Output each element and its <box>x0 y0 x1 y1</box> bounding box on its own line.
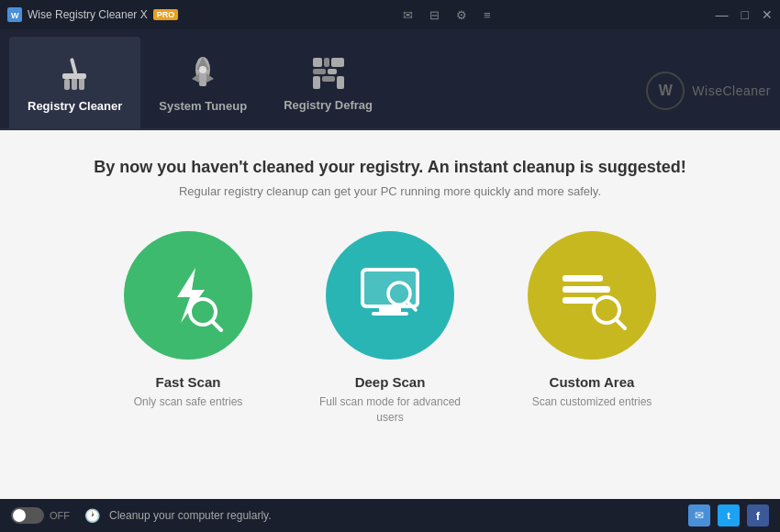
system-tuneup-icon <box>184 53 221 94</box>
svg-rect-6 <box>70 57 78 73</box>
toggle-label: OFF <box>50 510 70 521</box>
fast-scan-circle[interactable] <box>124 231 252 360</box>
svg-rect-17 <box>328 69 337 74</box>
svg-line-23 <box>212 321 221 330</box>
svg-point-11 <box>199 66 206 73</box>
close-button[interactable]: ✕ <box>762 7 773 22</box>
footer-message: Cleanup your computer regularly. <box>109 509 679 522</box>
svg-rect-31 <box>563 286 610 293</box>
svg-marker-10 <box>206 73 214 83</box>
svg-rect-3 <box>72 77 77 90</box>
wc-logo-circle: W <box>646 72 685 110</box>
svg-rect-20 <box>337 76 344 89</box>
svg-rect-12 <box>199 81 206 86</box>
svg-rect-15 <box>331 58 344 67</box>
footer-toggle[interactable] <box>11 507 44 524</box>
settings-toolbar-icon[interactable]: ⚙ <box>456 8 467 22</box>
footer-facebook-button[interactable]: f <box>747 504 769 526</box>
scan-cards-container: Fast Scan Only scan safe entries Deep Sc… <box>115 231 665 426</box>
tab-system-tuneup-label: System Tuneup <box>159 99 247 113</box>
svg-rect-2 <box>64 79 70 90</box>
deep-scan-title: Deep Scan <box>355 374 426 390</box>
fast-scan-title: Fast Scan <box>156 374 221 390</box>
titlebar-left: W Wise Registry Cleaner X PRO <box>7 7 178 22</box>
pro-badge: PRO <box>153 9 179 20</box>
custom-area-desc: Scan customized entries <box>532 394 652 410</box>
email-toolbar-icon[interactable]: ✉ <box>403 8 413 22</box>
toolbar-icon-group: ✉ ⊟ ⚙ ≡ <box>394 8 500 22</box>
footer: OFF 🕐 Cleanup your computer regularly. ✉… <box>0 499 780 532</box>
tab-registry-cleaner[interactable]: Registry Cleaner <box>9 37 140 128</box>
svg-rect-19 <box>322 76 335 82</box>
deep-scan-circle[interactable] <box>326 231 454 360</box>
navbar: Registry Cleaner System Tuneup <box>0 29 780 130</box>
svg-rect-5 <box>62 73 86 79</box>
tab-registry-cleaner-label: Registry Cleaner <box>28 99 122 113</box>
toggle-knob <box>13 509 26 522</box>
custom-area-circle[interactable] <box>528 231 656 360</box>
tab-registry-defrag[interactable]: Registry Defrag <box>265 37 391 128</box>
main-headline: By now you haven't cleaned your registry… <box>94 158 685 177</box>
svg-rect-14 <box>324 58 329 67</box>
registry-cleaner-icon <box>55 53 95 94</box>
main-subline: Regular registry cleanup can get your PC… <box>179 184 601 198</box>
wisecleaner-logo: W WiseCleaner <box>646 72 771 128</box>
maximize-button[interactable]: □ <box>741 7 749 22</box>
main-content: By now you haven't cleaned your registry… <box>0 130 780 499</box>
wc-logo-name: WiseCleaner <box>692 83 771 98</box>
fast-scan-card[interactable]: Fast Scan Only scan safe entries <box>115 231 262 410</box>
svg-line-34 <box>616 319 625 328</box>
svg-rect-27 <box>372 312 408 316</box>
titlebar: W Wise Registry Cleaner X PRO ✉ ⊟ ⚙ ≡ — … <box>0 0 780 29</box>
svg-rect-26 <box>379 306 401 312</box>
registry-defrag-icon <box>309 54 348 93</box>
wc-logo-letter: W <box>659 83 673 99</box>
app-icon: W <box>7 7 22 22</box>
custom-area-title: Custom Area <box>550 374 635 390</box>
svg-rect-32 <box>563 297 596 304</box>
deep-scan-desc: Full scan mode for advanced users <box>317 394 463 426</box>
minimize-button[interactable]: — <box>716 7 729 22</box>
svg-text:W: W <box>11 11 19 20</box>
svg-rect-13 <box>313 58 322 67</box>
footer-twitter-button[interactable]: t <box>718 504 740 526</box>
svg-rect-30 <box>563 275 603 282</box>
svg-rect-16 <box>313 69 326 74</box>
tab-system-tuneup[interactable]: System Tuneup <box>140 37 265 128</box>
footer-social-icons: ✉ t f <box>688 504 769 526</box>
svg-rect-18 <box>313 76 320 89</box>
titlebar-title: Wise Registry Cleaner X <box>28 8 148 21</box>
window-controls: — □ ✕ <box>716 7 773 22</box>
deep-scan-card[interactable]: Deep Scan Full scan mode for advanced us… <box>317 231 463 426</box>
footer-email-button[interactable]: ✉ <box>688 504 710 526</box>
message-toolbar-icon[interactable]: ⊟ <box>429 8 440 22</box>
menu-toolbar-icon[interactable]: ≡ <box>484 8 491 22</box>
fast-scan-desc: Only scan safe entries <box>134 394 243 410</box>
tab-registry-defrag-label: Registry Defrag <box>284 98 373 112</box>
custom-area-card[interactable]: Custom Area Scan customized entries <box>518 231 665 410</box>
clock-icon: 🕐 <box>84 508 100 523</box>
svg-marker-9 <box>192 73 199 83</box>
